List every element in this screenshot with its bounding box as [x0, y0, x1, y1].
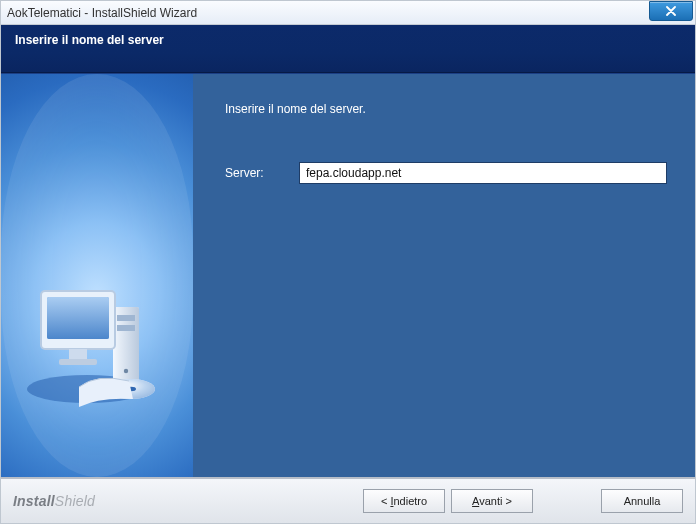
- close-button[interactable]: [649, 1, 693, 21]
- svg-rect-9: [69, 349, 87, 359]
- content-panel: Inserire il nome del server. Server:: [193, 74, 695, 477]
- svg-rect-2: [113, 307, 139, 381]
- svg-rect-10: [59, 359, 97, 365]
- next-button[interactable]: Avanti >: [451, 489, 533, 513]
- svg-rect-3: [117, 315, 135, 321]
- server-row: Server:: [225, 162, 667, 184]
- header-title: Inserire il nome del server: [15, 33, 164, 47]
- server-label: Server:: [225, 166, 281, 180]
- svg-point-12: [107, 379, 155, 399]
- server-input[interactable]: [299, 162, 667, 184]
- back-button[interactable]: < Indietro: [363, 489, 445, 513]
- cancel-button[interactable]: Annulla: [601, 489, 683, 513]
- wizard-footer: InstallShield < Indietro Avanti > Annull…: [1, 477, 695, 523]
- instruction-text: Inserire il nome del server.: [225, 102, 667, 116]
- svg-rect-4: [117, 325, 135, 331]
- computer-illustration: [21, 267, 171, 427]
- svg-rect-7: [47, 297, 109, 339]
- wizard-body: Inserire il nome del server. Server:: [1, 73, 695, 477]
- svg-point-5: [124, 369, 128, 373]
- wizard-window: AokTelematici - InstallShield Wizard Ins…: [0, 0, 696, 524]
- svg-rect-8: [47, 297, 109, 339]
- svg-point-13: [126, 387, 136, 391]
- installshield-brand: InstallShield: [13, 493, 95, 509]
- title-bar: AokTelematici - InstallShield Wizard: [1, 1, 695, 25]
- svg-point-0: [27, 375, 147, 403]
- svg-point-11: [107, 379, 155, 399]
- svg-rect-6: [41, 291, 115, 349]
- svg-rect-1: [113, 307, 139, 381]
- wizard-header: Inserire il nome del server: [1, 25, 695, 73]
- side-panel: [1, 74, 193, 477]
- window-title: AokTelematici - InstallShield Wizard: [7, 6, 197, 20]
- close-icon: [666, 6, 676, 16]
